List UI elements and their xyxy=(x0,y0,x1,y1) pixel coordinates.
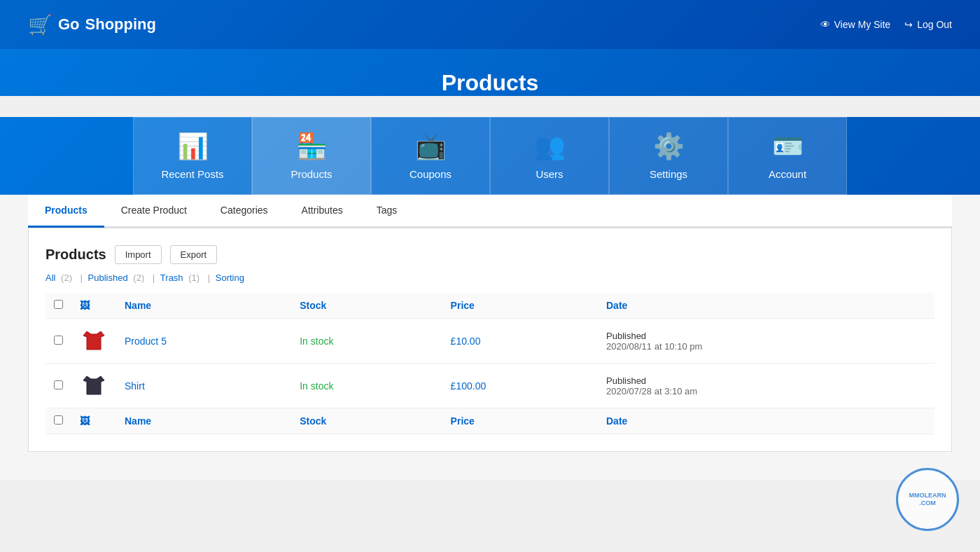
users-icon: 👥 xyxy=(534,132,566,161)
svg-marker-0 xyxy=(83,331,104,350)
import-button[interactable]: Import xyxy=(115,245,162,264)
filter-published[interactable]: Published xyxy=(88,272,128,283)
table-row: Shirt In stock £100.00 Published 2020/07… xyxy=(46,364,934,408)
col-date-header[interactable]: Date xyxy=(598,293,934,319)
settings-icon: ⚙️ xyxy=(653,132,685,161)
row-stock-col: In stock xyxy=(291,319,442,364)
nav-tile-settings[interactable]: ⚙️ Settings xyxy=(609,117,728,195)
cart-icon: 🛒 xyxy=(28,13,52,36)
log-out-button[interactable]: ↪ Log Out xyxy=(904,19,952,30)
shirt-stock: In stock xyxy=(300,380,333,392)
logo-go: Go xyxy=(58,15,80,34)
table-footer-row: 🖼 Name Stock Price Date xyxy=(46,408,934,434)
nav-tile-users-label: Users xyxy=(536,168,563,180)
footer-img-col: 🖼 xyxy=(71,408,116,434)
row-date-col: Published 2020/07/28 at 3:10 am xyxy=(598,364,934,408)
watermark-circle: MMOLEARN.COM xyxy=(896,468,959,531)
footer-name-header[interactable]: Name xyxy=(116,408,291,434)
products-icon: 🏪 xyxy=(296,132,328,161)
footer-date-header[interactable]: Date xyxy=(598,408,934,434)
products-table: 🖼 Name Stock Price Date xyxy=(46,293,934,434)
select-all-checkbox[interactable] xyxy=(54,300,63,309)
watermark-text: MMOLEARN.COM xyxy=(909,492,946,507)
header-actions: 👁 View My Site ↪ Log Out xyxy=(820,19,953,30)
nav-tile-recent-posts-label: Recent Posts xyxy=(161,168,223,180)
row-checkbox[interactable] xyxy=(54,336,63,345)
panel-header: Products Import Export xyxy=(46,245,934,264)
filter-sorting[interactable]: Sorting xyxy=(216,272,244,283)
nav-tile-products-label: Products xyxy=(290,168,332,180)
account-icon: 🪪 xyxy=(772,132,804,161)
page-title: Products xyxy=(14,70,966,96)
nav-tile-account[interactable]: 🪪 Account xyxy=(728,117,847,195)
row-price-col: £10.00 xyxy=(442,319,598,364)
content: Products Create Product Categories Attri… xyxy=(0,195,980,480)
product5-image xyxy=(80,326,108,354)
footer-select-col xyxy=(46,408,71,434)
filter-published-count: (2) xyxy=(133,272,144,283)
row-checkbox-col xyxy=(46,319,71,364)
col-price-header[interactable]: Price xyxy=(442,293,598,319)
col-stock-header: Stock xyxy=(291,293,442,319)
filter-all-count: (2) xyxy=(61,272,72,283)
tab-tags[interactable]: Tags xyxy=(360,195,414,228)
row-name-col: Shirt xyxy=(116,364,291,408)
row-name-col: Product 5 xyxy=(116,319,291,364)
row-checkbox-col xyxy=(46,364,71,408)
nav-tiles: 📊 Recent Posts 🏪 Products 📺 Coupons 👥 Us… xyxy=(0,117,980,195)
tabs: Products Create Product Categories Attri… xyxy=(28,195,952,228)
tab-create-product[interactable]: Create Product xyxy=(104,195,204,228)
tab-categories[interactable]: Categories xyxy=(204,195,285,228)
nav-tile-coupons-label: Coupons xyxy=(410,168,451,180)
footer-image-icon: 🖼 xyxy=(80,415,90,427)
row-date-col: Published 2020/08/11 at 10:10 pm xyxy=(598,319,934,364)
nav-tile-recent-posts[interactable]: 📊 Recent Posts xyxy=(133,117,252,195)
tab-products[interactable]: Products xyxy=(28,195,104,228)
header: 🛒 GoShopping 👁 View My Site ↪ Log Out xyxy=(0,0,980,49)
svg-marker-1 xyxy=(83,376,104,394)
recent-posts-icon: 📊 xyxy=(177,132,209,161)
footer-select-all-checkbox[interactable] xyxy=(54,415,63,425)
row-stock-col: In stock xyxy=(291,364,442,408)
shirt-date: Published 2020/07/28 at 3:10 am xyxy=(606,375,926,396)
export-button[interactable]: Export xyxy=(170,245,218,264)
eye-icon: 👁 xyxy=(820,19,830,30)
products-panel: Products Import Export All (2) | Publish… xyxy=(28,228,952,452)
filter-bar: All (2) | Published (2) | Trash (1) | So… xyxy=(46,272,934,283)
logo: 🛒 GoShopping xyxy=(28,13,156,36)
logo-shopping: Shopping xyxy=(85,15,156,34)
footer-price-header[interactable]: Price xyxy=(442,408,598,434)
product5-link[interactable]: Product 5 xyxy=(125,336,167,347)
product5-date: Published 2020/08/11 at 10:10 pm xyxy=(606,331,926,352)
footer-stock-header: Stock xyxy=(291,408,442,434)
coupons-icon: 📺 xyxy=(415,132,447,161)
shirt-link[interactable]: Shirt xyxy=(125,380,145,392)
filter-trash[interactable]: Trash xyxy=(160,272,183,283)
view-site-button[interactable]: 👁 View My Site xyxy=(820,19,891,30)
product5-stock: In stock xyxy=(300,336,333,347)
product5-price: £10.00 xyxy=(451,336,481,347)
tab-attributes[interactable]: Attributes xyxy=(285,195,360,228)
hero: Products xyxy=(0,49,980,96)
nav-tile-account-label: Account xyxy=(769,168,806,180)
shirt-price: £100.00 xyxy=(451,380,486,392)
row-price-col: £100.00 xyxy=(442,364,598,408)
col-name-header[interactable]: Name xyxy=(116,293,291,319)
col-select-all xyxy=(46,293,71,319)
row-checkbox[interactable] xyxy=(54,380,63,389)
logout-icon: ↪ xyxy=(904,19,913,30)
col-image-header: 🖼 xyxy=(71,293,116,319)
nav-tile-products[interactable]: 🏪 Products xyxy=(252,117,371,195)
row-img-col xyxy=(71,319,116,364)
panel-title: Products xyxy=(46,247,106,263)
watermark: MMOLEARN.COM xyxy=(896,468,966,538)
nav-tile-users[interactable]: 👥 Users xyxy=(490,117,609,195)
row-img-col xyxy=(71,364,116,408)
nav-tile-coupons[interactable]: 📺 Coupons xyxy=(371,117,490,195)
image-header-icon: 🖼 xyxy=(80,300,90,311)
shirt-image xyxy=(80,371,108,399)
filter-all[interactable]: All xyxy=(46,272,55,283)
nav-tile-settings-label: Settings xyxy=(650,168,687,180)
table-row: Product 5 In stock £10.00 Published 2020… xyxy=(46,319,934,364)
filter-trash-count: (1) xyxy=(188,272,200,283)
